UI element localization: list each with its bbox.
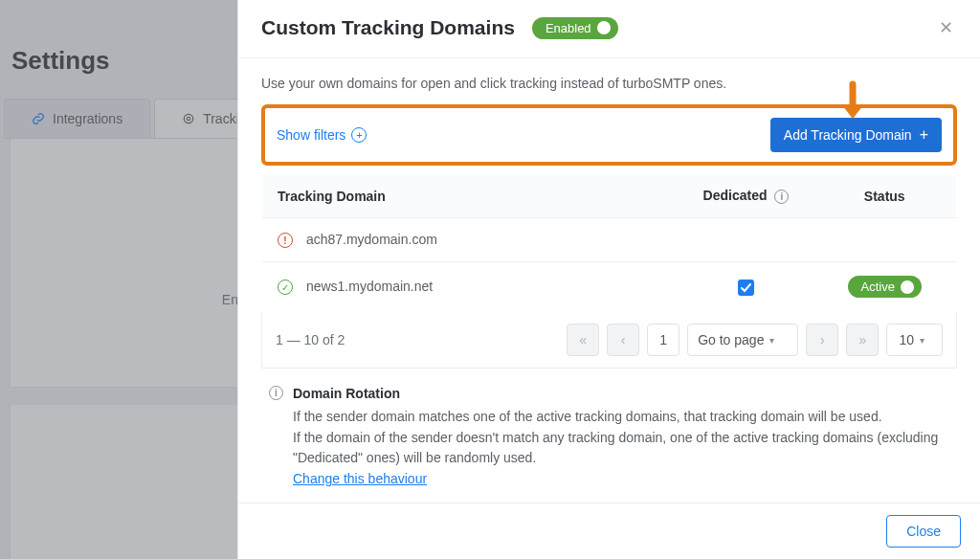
col-dedicated: Dedicated i bbox=[679, 174, 813, 218]
modal-title: Custom Tracking Domains bbox=[261, 16, 515, 39]
show-filters-label: Show filters bbox=[277, 127, 345, 143]
show-filters-link[interactable]: Show filters + bbox=[277, 127, 367, 143]
modal-footer: Close bbox=[238, 503, 980, 559]
last-page-button[interactable]: » bbox=[846, 324, 879, 356]
add-tracking-domain-button[interactable]: Add Tracking Domain + bbox=[770, 118, 942, 152]
modal-header: Custom Tracking Domains Enabled ✕ bbox=[238, 0, 980, 58]
button-label: Add Tracking Domain bbox=[784, 127, 912, 143]
status-label: Active bbox=[861, 280, 895, 294]
dedicated-checkbox[interactable] bbox=[738, 280, 754, 296]
domain-name: news1.mydomain.net bbox=[306, 279, 433, 294]
error-icon: ! bbox=[278, 233, 293, 248]
domain-name: ach87.mydomain.com bbox=[306, 232, 437, 247]
change-behaviour-link[interactable]: Change this behaviour bbox=[293, 471, 427, 486]
modal-body: Use your own domains for open and click … bbox=[238, 58, 980, 503]
goto-page-select[interactable]: Go to page ▾ bbox=[687, 324, 798, 356]
chevron-down-icon: ▾ bbox=[920, 335, 924, 346]
col-status: Status bbox=[813, 174, 957, 218]
note-line: If the domain of the sender doesn't matc… bbox=[293, 428, 953, 469]
info-icon[interactable]: i bbox=[774, 190, 789, 204]
note-heading: Domain Rotation bbox=[293, 384, 953, 405]
prev-page-button[interactable]: ‹ bbox=[607, 324, 639, 356]
pager-range: 1 — 10 of 2 bbox=[276, 332, 345, 347]
enabled-badge[interactable]: Enabled bbox=[532, 17, 618, 39]
pagination: 1 — 10 of 2 « ‹ Go to page ▾ › » 10 ▾ bbox=[261, 312, 957, 369]
success-icon: ✓ bbox=[278, 280, 293, 295]
col-tracking-domain: Tracking Domain bbox=[262, 174, 679, 218]
toggle-knob bbox=[597, 21, 611, 34]
domain-rotation-note: i Domain Rotation If the sender domain m… bbox=[261, 369, 957, 493]
custom-tracking-domains-modal: Custom Tracking Domains Enabled ✕ Use yo… bbox=[237, 0, 980, 559]
intro-text: Use your own domains for open and click … bbox=[261, 76, 957, 91]
toolbar: Show filters + Add Tracking Domain + bbox=[261, 104, 957, 166]
info-icon: i bbox=[269, 386, 283, 400]
plus-circle-icon: + bbox=[351, 127, 367, 143]
table-row[interactable]: ✓ news1.mydomain.net Active bbox=[262, 262, 957, 312]
first-page-button[interactable]: « bbox=[567, 324, 599, 356]
next-page-button[interactable]: › bbox=[806, 324, 838, 356]
close-button[interactable]: Close bbox=[886, 515, 961, 548]
page-size-select[interactable]: 10 ▾ bbox=[886, 324, 943, 356]
note-line: If the sender domain matches one of the … bbox=[293, 407, 953, 428]
table-row[interactable]: ! ach87.mydomain.com bbox=[262, 218, 957, 262]
page-number-input[interactable] bbox=[647, 324, 679, 356]
chevron-down-icon: ▾ bbox=[769, 335, 774, 346]
toggle-knob bbox=[901, 280, 914, 294]
active-badge: Active bbox=[848, 276, 922, 298]
tracking-domains-table: Tracking Domain Dedicated i Status ! ach… bbox=[261, 173, 957, 312]
badge-label: Enabled bbox=[546, 21, 591, 35]
close-icon[interactable]: ✕ bbox=[935, 13, 957, 42]
plus-icon: + bbox=[920, 127, 928, 143]
